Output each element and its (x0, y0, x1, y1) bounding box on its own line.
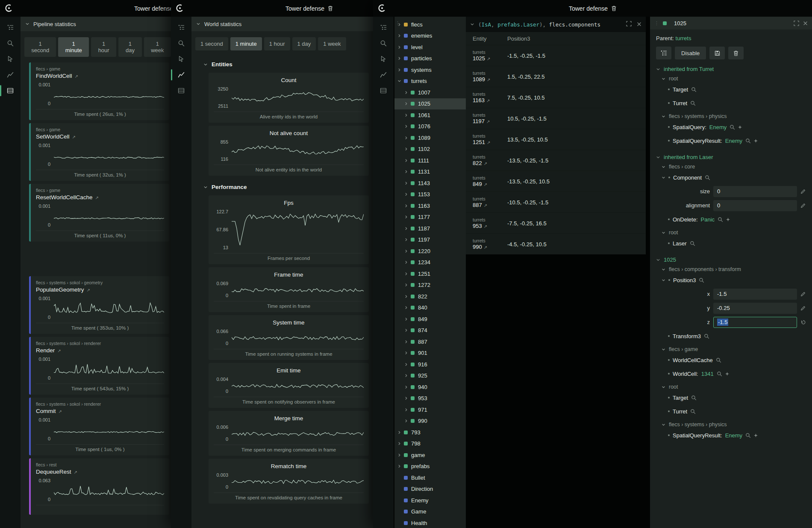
tree-item-1111[interactable]: 1111 (394, 155, 466, 166)
component-group-header[interactable]: flecs › systems › physics (656, 113, 806, 119)
rail-inspect-icon[interactable] (171, 54, 191, 64)
tree-toggle[interactable] (404, 396, 411, 400)
search-icon-wrap[interactable] (745, 138, 751, 144)
revert-icon[interactable] (800, 320, 806, 325)
entity-cell[interactable]: turrets1251↗ (466, 134, 507, 145)
entity-id-link[interactable]: 1251↗ (473, 139, 507, 145)
field-input-z[interactable]: -1.5 (713, 317, 797, 328)
entity-cell[interactable]: turrets887↗ (466, 197, 507, 208)
query-result-row[interactable]: turrets887↗-10.5, -0.25, -1.5 (466, 192, 646, 212)
query-result-row[interactable]: turrets1089↗1.5, -0.25, 22.5 (466, 66, 646, 87)
expand-toggle[interactable] (662, 278, 665, 282)
query-expression-input[interactable]: (IsA, prefabs.Laser), flecs.components (478, 21, 622, 28)
search-icon-wrap[interactable] (690, 409, 696, 414)
entity-cell[interactable]: turrets822↗ (466, 155, 507, 166)
tree-toggle[interactable] (404, 181, 411, 185)
component-row-SpatialQueryResult[interactable]: SpatialQueryResult:Enemy (656, 134, 806, 147)
entity-cell[interactable]: turrets1197↗ (466, 113, 507, 124)
entity-cell[interactable]: turrets1089↗ (466, 71, 507, 82)
search-icon-wrap[interactable] (716, 357, 721, 363)
tree-toggle[interactable] (404, 363, 411, 366)
entity-cell[interactable]: turrets990↗ (466, 239, 507, 250)
rail-statistics-icon[interactable] (373, 70, 394, 80)
component-group-header[interactable]: flecs › systems › physics (656, 422, 806, 428)
tree-toggle[interactable] (404, 136, 411, 140)
search-icon[interactable] (690, 241, 695, 246)
tree-item-1234[interactable]: 1234 (394, 257, 466, 268)
search-icon-wrap[interactable] (699, 277, 704, 283)
component-group-header[interactable]: root (656, 76, 806, 82)
edit-icon-wrap[interactable] (800, 292, 806, 297)
edit-icon-wrap[interactable] (800, 189, 806, 194)
tree-item-940[interactable]: 940 (394, 381, 466, 393)
component-group-header[interactable]: root (656, 230, 806, 236)
tree-toggle[interactable] (404, 385, 411, 389)
edit-icon[interactable] (800, 189, 806, 194)
tree-toggle[interactable] (404, 260, 411, 264)
tree-item-901[interactable]: 901 (394, 348, 466, 359)
search-icon[interactable] (716, 357, 721, 363)
range-button-1-day[interactable]: 1 day (118, 37, 141, 57)
search-icon[interactable] (704, 333, 709, 339)
trash-icon[interactable] (328, 6, 333, 11)
query-result-row[interactable]: turrets1197↗10.5, -0.25, -1.5 (466, 108, 646, 129)
tree-toggle[interactable] (397, 34, 404, 38)
tree-item-level[interactable]: level (394, 41, 466, 53)
component-value-link[interactable]: Enemy (725, 138, 742, 144)
tree-toggle[interactable] (397, 45, 404, 49)
tree-item-flecs[interactable]: flecs (394, 19, 466, 30)
edit-icon[interactable] (800, 292, 806, 297)
tree-toggle[interactable] (397, 464, 404, 468)
tree-item-1163[interactable]: 1163 (394, 200, 466, 212)
search-icon-wrap[interactable] (690, 241, 695, 246)
query-result-row[interactable]: turrets990↗-4.5, -0.25, 10.5 (466, 233, 646, 254)
tree-toggle[interactable] (404, 192, 411, 196)
search-icon-wrap[interactable] (690, 100, 696, 106)
entity-id-link[interactable]: 1163↗ (473, 97, 507, 103)
tree-item-1153[interactable]: 1153 (394, 189, 466, 201)
tree-item-840[interactable]: 840 (394, 302, 466, 314)
tree-item-849[interactable]: 849 (394, 313, 466, 325)
tree-item-1187[interactable]: 1187 (394, 223, 466, 234)
range-button-1-minute[interactable]: 1 minute (58, 37, 89, 57)
tree-toggle[interactable] (404, 204, 411, 208)
entity-id-link[interactable]: 1025↗ (473, 56, 507, 61)
component-value-link[interactable]: Enemy (725, 432, 742, 439)
component-row-SpatialQueryResult[interactable]: SpatialQueryResult:Enemy (656, 428, 806, 442)
rail-tables-icon[interactable] (171, 86, 191, 95)
tree-item-925[interactable]: 925 (394, 370, 466, 382)
system-link[interactable]: Render↗ (36, 347, 164, 354)
entity-cell[interactable]: turrets1025↗ (466, 50, 507, 61)
close-icon[interactable] (637, 21, 641, 28)
edit-icon[interactable] (800, 306, 806, 311)
query-result-row[interactable]: turrets849↗-13.5, -0.25, 10.5 (466, 171, 646, 192)
search-icon-wrap[interactable] (691, 395, 697, 401)
query-result-row[interactable]: turrets822↗-13.5, -0.25, -1.5 (466, 150, 646, 171)
tree-toggle[interactable] (404, 295, 411, 298)
tree-item-turrets[interactable]: turrets (394, 76, 466, 87)
entity-cell[interactable]: turrets953↗ (466, 218, 507, 229)
tree-toggle[interactable] (397, 453, 404, 457)
field-input-y[interactable]: -0.25 (713, 303, 797, 314)
search-icon[interactable] (691, 87, 697, 92)
search-icon-wrap[interactable] (730, 124, 735, 130)
entity-id-link[interactable]: 1197↗ (473, 118, 507, 124)
tree-item-971[interactable]: 971 (394, 404, 466, 416)
tree-item-793[interactable]: 793 (394, 427, 466, 438)
delete-button[interactable] (728, 47, 744, 59)
tree-item-1177[interactable]: 1177 (394, 212, 466, 223)
range-button-1-second[interactable]: 1 second (24, 37, 56, 57)
chevron-down-icon[interactable] (470, 22, 474, 27)
expand-icon[interactable] (626, 21, 632, 28)
component-row-WorldCell[interactable]: WorldCell:1341 (656, 367, 806, 381)
tree-toggle[interactable] (404, 215, 411, 219)
tree-toggle[interactable] (397, 442, 404, 445)
field-input-size[interactable]: 0 (713, 186, 797, 197)
query-result-row[interactable]: turrets1025↗-1.5, -0.25, -1.5 (466, 45, 646, 66)
search-icon[interactable] (691, 395, 697, 401)
component-row-SpatialQuery[interactable]: SpatialQuery:Enemy (656, 120, 806, 134)
tree-toggle[interactable] (404, 113, 411, 117)
tree-toggle[interactable] (404, 159, 411, 162)
system-link[interactable]: SetWorldCell↗ (36, 133, 164, 140)
component-value-link[interactable]: Enemy (709, 124, 727, 130)
